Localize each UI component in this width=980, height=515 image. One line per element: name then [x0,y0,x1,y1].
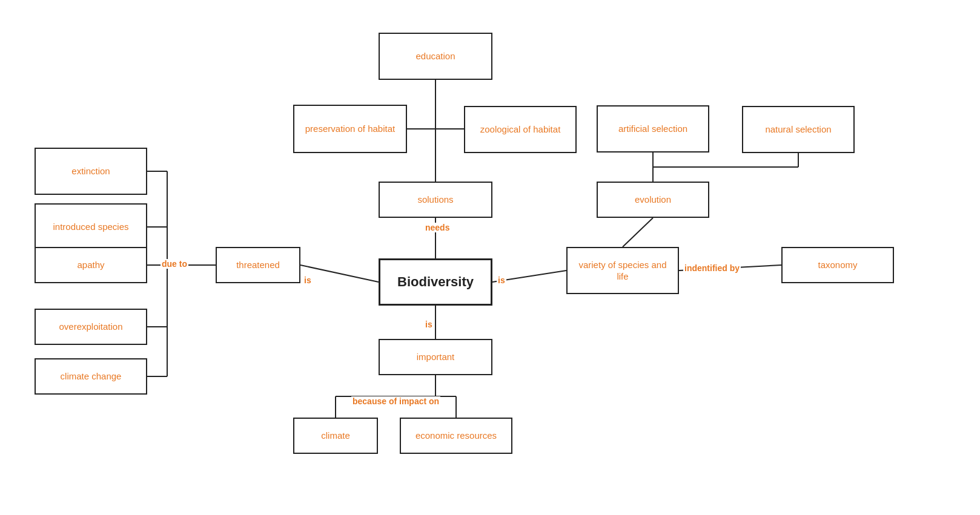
biodiversity-node: Biodiversity [379,258,492,306]
preservation-node: preservation of habitat [293,105,407,153]
important-label: important [417,351,455,363]
evolution-node: evolution [597,182,709,218]
variety-label: variety of species and life [575,259,670,283]
threatened-node: threatened [216,247,300,283]
education-node: education [379,33,492,80]
zoological-label: zoological of habitat [480,123,561,136]
apathy-label: apathy [77,259,104,271]
climate-node: climate [293,418,378,454]
overexploitation-node: overexploitation [35,309,147,345]
threatened-label: threatened [236,259,280,271]
apathy-node: apathy [35,247,147,283]
due-to-label: due to [161,259,188,269]
evolution-label: evolution [635,194,671,206]
natural-selection-label: natural selection [765,123,831,136]
climate-label: climate [321,430,350,442]
artificial-selection-label: artificial selection [618,123,687,135]
taxonomy-node: taxonomy [781,247,894,283]
taxonomy-label: taxonomy [818,259,857,271]
climate-change-node: climate change [35,358,147,395]
overexploitation-label: overexploitation [59,321,122,333]
biodiversity-label: Biodiversity [397,274,474,291]
economic-resources-label: economic resources [416,430,497,442]
because-of-label: because of impact on [351,396,440,406]
is-variety-label: is [497,275,506,285]
introduced-species-node: introduced species [35,203,147,251]
economic-resources-node: economic resources [400,418,512,454]
needs-label: needs [424,223,451,232]
extinction-label: extinction [71,165,110,177]
zoological-node: zoological of habitat [464,106,577,153]
solutions-label: solutions [417,194,453,206]
preservation-label: preservation of habitat [305,123,395,135]
artificial-selection-node: artificial selection [597,105,709,153]
education-label: education [416,50,455,62]
introduced-species-label: introduced species [53,221,128,233]
svg-line-18 [623,218,653,247]
important-node: important [379,339,492,375]
natural-selection-node: natural selection [742,106,855,153]
indentified-by-label: indentified by [683,263,741,273]
is-threatened-label: is [303,275,313,285]
climate-change-label: climate change [61,370,122,382]
solutions-node: solutions [379,182,492,218]
is-important-label: is [424,320,434,329]
extinction-node: extinction [35,148,147,195]
variety-node: variety of species and life [566,247,679,294]
